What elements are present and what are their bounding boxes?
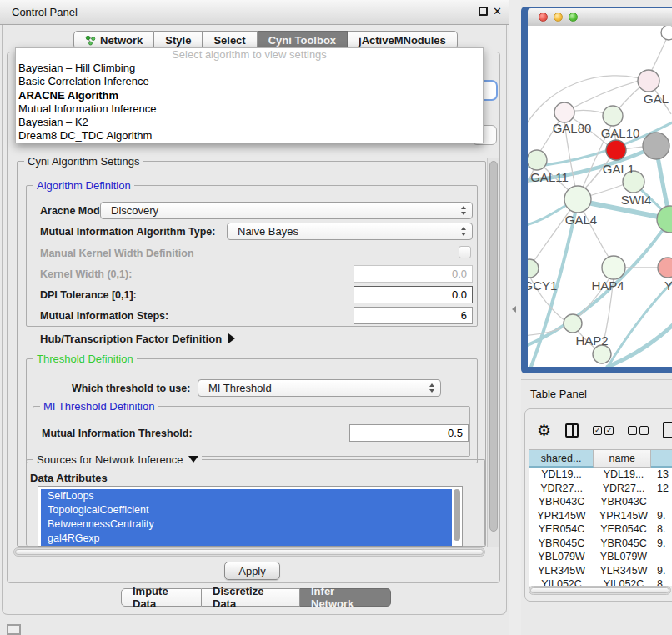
tab-infer-network[interactable]: Infer Network <box>300 588 391 607</box>
table-row[interactable]: YDL19...YDL19...13 <box>529 468 672 482</box>
tab-select[interactable]: Select <box>203 31 257 49</box>
sources-group-title[interactable]: Sources for Network Inference <box>33 453 202 466</box>
table-row[interactable]: YBL079WYBL079W <box>529 550 672 564</box>
node-gal4[interactable] <box>564 186 591 212</box>
combo-stepper-icon <box>461 206 466 215</box>
table-row[interactable]: YIL052CYIL052C8. <box>529 578 672 586</box>
network-view-window[interactable]: GAL GAL80 GAL10 GAL1 GAL11 SWI4 GAL4 GCY… <box>521 7 672 373</box>
tab-discretize-data[interactable]: Discretize Data <box>202 588 300 607</box>
tab-jactivemnodules[interactable]: jActiveMNodules <box>348 31 458 49</box>
kernel-width-field[interactable]: 0.0 <box>354 265 473 282</box>
column-header-partial[interactable] <box>651 449 672 468</box>
attr-item-selected[interactable]: BetweennessCentrality <box>41 518 452 532</box>
table-row[interactable]: YPR145WYPR145W9. <box>529 509 672 523</box>
algorithm-option[interactable]: Dream8 DC_TDC Algorithm <box>16 129 483 142</box>
network-canvas[interactable]: GAL GAL80 GAL10 GAL1 GAL11 SWI4 GAL4 GCY… <box>528 26 672 367</box>
tab-cyni-toolbox[interactable]: Cyni Toolbox <box>258 31 348 49</box>
node-green-right[interactable] <box>657 206 672 232</box>
mi-steps-field[interactable]: 6 <box>354 307 473 324</box>
node-label: GAL <box>644 92 669 106</box>
aracne-mode-combo[interactable]: Discovery <box>100 202 473 219</box>
export-table-icon[interactable] <box>663 422 672 438</box>
node-gal11[interactable] <box>528 150 547 170</box>
minimize-traffic-light-icon[interactable] <box>554 12 563 22</box>
table-row[interactable]: YLR345WYLR345W9. <box>529 564 672 578</box>
threshold-definition-title: Threshold Definition <box>33 352 137 365</box>
node-salmon-right[interactable] <box>658 258 672 278</box>
list-scrollbar-thumb[interactable] <box>454 489 460 541</box>
node-hap4[interactable] <box>602 256 625 279</box>
expanded-arrow-icon <box>188 456 198 462</box>
mi-threshold-group-title: MI Threshold Definition <box>40 400 158 412</box>
minimized-panel-icon[interactable] <box>7 624 21 635</box>
table-row[interactable]: YDR27...YDR27...12 <box>529 482 672 496</box>
attr-item-selected[interactable]: TopologicalCoefficient <box>41 503 452 518</box>
apply-button[interactable]: Apply <box>224 562 280 580</box>
algorithm-option-aracne[interactable]: ARACNE Algorithm <box>16 89 483 102</box>
column-header-name[interactable]: name <box>594 449 651 468</box>
attr-item-selected[interactable]: SelfLoops <box>41 489 452 503</box>
control-panel-title: Control Panel <box>12 6 78 18</box>
node-gcy1[interactable] <box>528 259 539 278</box>
split-columns-icon[interactable] <box>565 423 579 438</box>
splitter-collapse-icon[interactable] <box>512 306 516 312</box>
tab-impute-data[interactable]: Impute Data <box>121 588 202 607</box>
network-icon <box>85 35 96 46</box>
data-attributes-label: Data Attributes <box>30 472 108 484</box>
table-row[interactable]: YER054CYER054C8. <box>529 522 672 537</box>
node-label: GAL10 <box>601 126 640 140</box>
aracne-mode-label: Aracne Mode: <box>40 205 109 217</box>
show-columns-icon[interactable]: ✓✓ <box>593 426 614 435</box>
column-header-shared-name[interactable]: shared... <box>529 449 594 468</box>
close-traffic-light-icon[interactable] <box>539 12 548 22</box>
table-panel-title: Table Panel <box>530 388 587 400</box>
manual-kernel-width-label: Manual Kernel Width Definition <box>40 248 194 259</box>
table-row[interactable]: YBR043CYBR043C <box>529 495 672 509</box>
node-gal10[interactable] <box>603 106 623 126</box>
dpi-tolerance-field[interactable]: 0.0 <box>354 286 473 303</box>
table-horizontal-scrollbar[interactable] <box>529 586 671 595</box>
node-label: GAL11 <box>530 170 569 184</box>
which-threshold-combo[interactable]: MI Threshold <box>198 379 441 397</box>
settings-vertical-scrollbar[interactable] <box>487 158 499 548</box>
tab-network[interactable]: Network <box>73 31 154 49</box>
table-toolbar: ⚙ ✓✓ <box>529 416 672 444</box>
hub-tf-definition-toggle[interactable]: Hub/Transcription Factor Definition <box>40 332 235 345</box>
node-partial-bottom[interactable] <box>593 345 611 363</box>
node-label: GAL80 <box>553 121 592 135</box>
table-row[interactable]: YBR045CYBR045C9. <box>529 537 672 551</box>
zoom-traffic-light-icon[interactable] <box>569 12 578 22</box>
panel-splitter[interactable] <box>509 0 521 635</box>
node-gal1-red[interactable] <box>606 140 626 160</box>
manual-kernel-width-checkbox[interactable] <box>459 246 471 258</box>
node-gal-pink[interactable] <box>638 70 659 92</box>
gear-icon[interactable]: ⚙ <box>537 422 551 438</box>
node-table[interactable]: shared... name YDL19...YDL19...13 YDR27.… <box>529 449 672 586</box>
combo-stepper-icon <box>461 227 466 236</box>
hide-columns-icon[interactable] <box>628 426 649 435</box>
algorithm-option[interactable]: Mutual Information Inference <box>16 102 483 116</box>
algorithm-option[interactable]: Bayesian – Hill Climbing <box>16 62 483 75</box>
node-gal80[interactable] <box>554 102 574 122</box>
node-hap2[interactable] <box>564 314 582 332</box>
settings-horizontal-scrollbar[interactable] <box>13 548 485 557</box>
float-window-icon[interactable] <box>479 7 488 16</box>
algorithm-option[interactable]: Bayesian – K2 <box>16 116 483 129</box>
node-label: GCY1 <box>528 278 557 292</box>
mi-threshold-field[interactable]: 0.5 <box>349 424 469 442</box>
close-icon[interactable]: ✕ <box>493 7 502 16</box>
attr-item-selected[interactable]: gal4RGexp <box>41 532 452 546</box>
control-panel-titlebar[interactable]: Control Panel ✕ <box>0 0 510 25</box>
data-attributes-list[interactable]: SelfLoops TopologicalCoefficient Between… <box>38 486 463 547</box>
algorithm-definition-title: Algorithm Definition <box>33 179 134 192</box>
algorithm-option[interactable]: Basic Correlation Inference <box>16 75 483 88</box>
mi-algorithm-type-combo[interactable]: Naive Bayes <box>227 222 473 240</box>
collapsed-arrow-icon <box>228 333 235 343</box>
node-partial-top[interactable] <box>661 26 672 40</box>
tab-style[interactable]: Style <box>154 31 203 49</box>
mi-threshold-label: Mutual Information Threshold: <box>42 428 193 439</box>
mi-steps-label: Mutual Information Steps: <box>40 310 168 322</box>
node-gray[interactable] <box>643 132 669 159</box>
network-window-titlebar[interactable] <box>528 8 672 27</box>
table-panel: ⚙ ✓✓ shared... name YDL19...YDL19...13 Y… <box>524 408 672 602</box>
